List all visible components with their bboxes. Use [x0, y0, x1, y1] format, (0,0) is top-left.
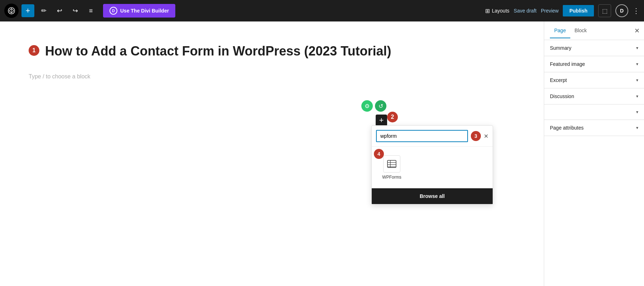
- divi-builder-button[interactable]: D Use The Divi Builder: [103, 4, 175, 18]
- summary-section: Summary ▾: [544, 40, 644, 56]
- main-area: 1 How to Add a Contact Form in WordPress…: [0, 21, 644, 286]
- section5-header[interactable]: ▾: [544, 105, 644, 120]
- excerpt-chevron-icon: ▾: [636, 78, 638, 83]
- discussion-label: Discussion: [550, 93, 574, 99]
- excerpt-section: Excerpt ▾: [544, 72, 644, 88]
- more-options-button[interactable]: ⋮: [633, 6, 640, 15]
- block-search-popup: 3 ✕ 4: [371, 125, 493, 204]
- excerpt-section-header[interactable]: Excerpt ▾: [544, 72, 644, 88]
- page-attributes-section: Page attributes ▾: [544, 120, 644, 136]
- toolbar: + ✏ ↩ ↪ ≡ D Use The Divi Builder ⊞ Layou…: [0, 0, 644, 21]
- redo-toolbar-button[interactable]: ↪: [69, 4, 82, 17]
- browse-all-button[interactable]: Browse all: [372, 188, 493, 204]
- excerpt-label: Excerpt: [550, 77, 567, 83]
- right-sidebar: Page Block ✕ Summary ▾ Featured image ▾ …: [544, 21, 644, 286]
- block-search-input[interactable]: [376, 130, 468, 142]
- wpforms-block-icon: [383, 155, 400, 173]
- block-placeholder[interactable]: Type / to choose a block: [29, 71, 515, 83]
- page-attributes-section-header[interactable]: Page attributes ▾: [544, 120, 644, 136]
- section5: ▾: [544, 105, 644, 120]
- summary-label: Summary: [550, 45, 571, 51]
- sidebar-toggle-button[interactable]: ⬚: [598, 4, 611, 17]
- publish-button[interactable]: Publish: [563, 5, 594, 16]
- featured-image-section: Featured image ▾: [544, 56, 644, 72]
- featured-image-chevron-icon: ▾: [636, 62, 638, 67]
- tab-block[interactable]: Block: [570, 23, 591, 38]
- add-block-toolbar-button[interactable]: +: [21, 4, 34, 17]
- search-clear-button[interactable]: ✕: [484, 133, 488, 140]
- discussion-chevron-icon: ▾: [636, 94, 638, 99]
- summary-chevron-icon: ▾: [636, 45, 638, 50]
- tools-toolbar-button[interactable]: ≡: [84, 4, 97, 17]
- step-1-badge: 1: [29, 45, 39, 56]
- block-results: 4 WPForms: [372, 147, 493, 188]
- divi-builder-label: Use The Divi Builder: [120, 8, 169, 14]
- editor-area: 1 How to Add a Contact Form in WordPress…: [0, 21, 544, 286]
- layouts-label: Layouts: [492, 8, 509, 14]
- save-draft-button[interactable]: Save draft: [514, 8, 537, 14]
- tab-page[interactable]: Page: [550, 23, 570, 38]
- step-2-badge: 2: [387, 112, 398, 122]
- featured-image-section-header[interactable]: Featured image ▾: [544, 56, 644, 72]
- undo-toolbar-button[interactable]: ↩: [53, 4, 66, 17]
- post-title-area: 1 How to Add a Contact Form in WordPress…: [29, 43, 515, 60]
- page-attributes-label: Page attributes: [550, 125, 584, 131]
- wpforms-block-item[interactable]: 4 WPForms: [377, 152, 406, 183]
- page-attributes-chevron-icon: ▾: [636, 125, 638, 130]
- step-4-badge: 4: [374, 149, 384, 159]
- sidebar-header: Page Block ✕: [544, 21, 644, 40]
- settings-circle-icon[interactable]: ⚙: [361, 100, 373, 112]
- svg-rect-1: [387, 160, 396, 168]
- divi-circle-icon: D: [109, 7, 117, 15]
- refresh-circle-icon[interactable]: ↺: [375, 100, 386, 112]
- featured-image-label: Featured image: [550, 61, 585, 67]
- discussion-section-header[interactable]: Discussion ▾: [544, 88, 644, 104]
- block-search-input-wrap: 3 ✕: [372, 126, 493, 147]
- block-controls: ⚙ ↺: [361, 100, 386, 112]
- preview-button[interactable]: Preview: [541, 8, 559, 14]
- add-block-inline-button[interactable]: +: [376, 115, 387, 126]
- edit-toolbar-button[interactable]: ✏: [37, 4, 50, 17]
- wp-logo-icon[interactable]: [4, 4, 19, 18]
- post-title[interactable]: How to Add a Contact Form in WordPress (…: [45, 43, 391, 60]
- wpforms-block-label: WPForms: [382, 175, 401, 180]
- toolbar-right: ⊞ Layouts Save draft Preview Publish ⬚ D…: [485, 4, 640, 17]
- sidebar-close-button[interactable]: ✕: [634, 27, 640, 35]
- layouts-button[interactable]: ⊞ Layouts: [485, 8, 509, 14]
- layouts-icon: ⊞: [485, 8, 490, 14]
- discussion-section: Discussion ▾: [544, 88, 644, 105]
- section5-chevron-icon: ▾: [636, 110, 638, 115]
- summary-section-header[interactable]: Summary ▾: [544, 40, 644, 56]
- step-3-badge: 3: [471, 131, 481, 141]
- user-avatar[interactable]: D: [615, 4, 628, 17]
